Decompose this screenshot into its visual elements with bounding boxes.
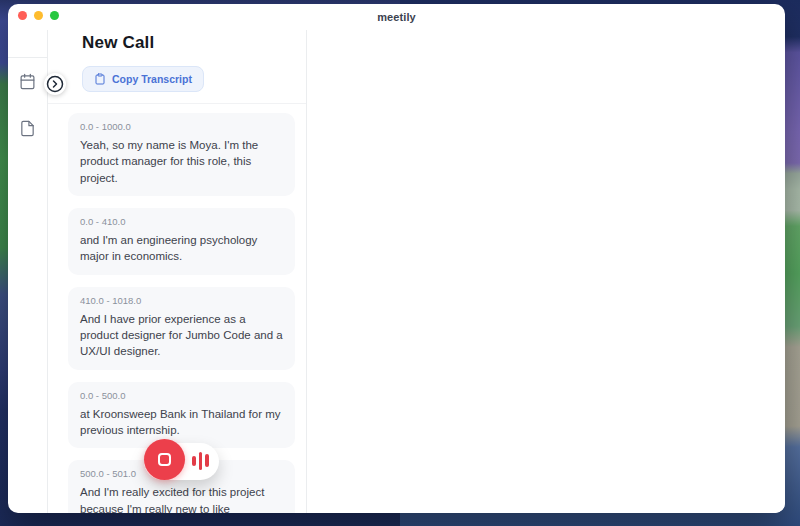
transcript-segment: 0.0 - 410.0 and I'm an engineering psych… <box>68 208 295 275</box>
segment-text: and I'm an engineering psychology major … <box>80 232 283 265</box>
segment-text: And I have prior experience as a product… <box>80 311 283 360</box>
record-stop-circle <box>144 439 185 480</box>
record-control <box>144 443 219 480</box>
page-title: New Call <box>82 33 290 53</box>
sidebar-expand-button[interactable] <box>44 73 66 95</box>
icon-sidebar <box>8 30 48 513</box>
minimize-window-button[interactable] <box>34 11 43 20</box>
transcript-segment: 410.0 - 1018.0 And I have prior experien… <box>68 287 295 370</box>
copy-transcript-button[interactable]: Copy Transcript <box>82 66 204 92</box>
segment-timestamp: 0.0 - 500.0 <box>80 390 283 401</box>
calendar-icon[interactable] <box>19 73 36 94</box>
stop-icon <box>158 453 171 466</box>
segment-timestamp: 410.0 - 1018.0 <box>80 295 283 306</box>
window-body: New Call Copy Transcript 0.0 - 1000.0 Ye… <box>8 30 785 513</box>
segment-text: Yeah, so my name is Moya. I'm the produc… <box>80 137 283 186</box>
transcript-panel-header: New Call Copy Transcript <box>48 30 306 104</box>
sidebar-header-divider <box>8 30 47 58</box>
segment-timestamp: 0.0 - 1000.0 <box>80 121 283 132</box>
close-window-button[interactable] <box>18 11 27 20</box>
main-content-area <box>307 30 785 513</box>
audio-waveform-icon <box>192 452 209 470</box>
app-window: meetily <box>8 4 785 513</box>
zoom-window-button[interactable] <box>50 11 59 20</box>
stop-recording-button[interactable] <box>144 443 219 480</box>
copy-transcript-label: Copy Transcript <box>112 73 192 85</box>
transcript-panel: New Call Copy Transcript 0.0 - 1000.0 Ye… <box>48 30 307 513</box>
document-icon[interactable] <box>19 120 36 141</box>
transcript-segment: 0.0 - 500.0 at Kroonsweep Bank in Thaila… <box>68 382 295 449</box>
traffic-lights <box>18 11 59 20</box>
transcript-segment: 0.0 - 1000.0 Yeah, so my name is Moya. I… <box>68 113 295 196</box>
titlebar: meetily <box>8 4 785 30</box>
clipboard-icon <box>94 73 106 85</box>
chevron-right-circle-icon <box>46 75 64 93</box>
segment-text: at Kroonsweep Bank in Thailand for my pr… <box>80 406 283 439</box>
segment-timestamp: 0.0 - 410.0 <box>80 216 283 227</box>
segment-text: And I'm really excited for this project … <box>80 484 283 513</box>
window-title: meetily <box>8 4 785 23</box>
